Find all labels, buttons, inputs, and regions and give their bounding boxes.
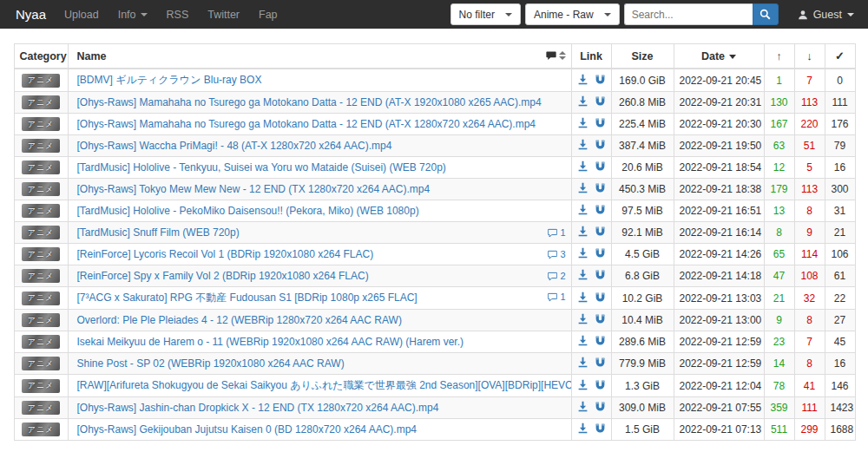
category-icon-anime-raw[interactable]: アニメ bbox=[22, 74, 60, 88]
header-comments-sort[interactable] bbox=[546, 50, 566, 61]
category-icon-anime-raw[interactable]: アニメ bbox=[22, 226, 60, 239]
leechers-cell: 108 bbox=[794, 265, 825, 287]
category-icon-anime-raw[interactable]: アニメ bbox=[22, 269, 60, 283]
category-icon-anime-raw[interactable]: アニメ bbox=[22, 313, 60, 327]
category-icon-anime-raw[interactable]: アニメ bbox=[22, 247, 60, 261]
download-icon[interactable] bbox=[577, 139, 589, 150]
download-icon[interactable] bbox=[577, 74, 589, 85]
nav-link-upload[interactable]: Upload bbox=[55, 9, 108, 21]
torrent-name-link[interactable]: [TardMusic] Hololive - Tenkyuu, Suisei w… bbox=[77, 161, 446, 174]
category-icon-anime-raw[interactable]: アニメ bbox=[22, 379, 60, 393]
download-icon[interactable] bbox=[577, 401, 589, 412]
magnet-icon[interactable] bbox=[595, 379, 606, 390]
category-icon-anime-raw[interactable]: アニメ bbox=[22, 335, 60, 349]
download-icon[interactable] bbox=[577, 226, 589, 237]
seeders-cell: 21 bbox=[764, 287, 794, 310]
magnet-icon[interactable] bbox=[595, 182, 606, 193]
magnet-icon[interactable] bbox=[595, 423, 606, 434]
nav-link-rss[interactable]: RSS bbox=[157, 9, 199, 21]
download-icon[interactable] bbox=[577, 269, 589, 280]
download-icon[interactable] bbox=[577, 292, 589, 303]
header-size[interactable]: Size bbox=[611, 44, 674, 69]
torrent-name-link[interactable]: Isekai Meikyuu de Harem o - 11 (WEBRip 1… bbox=[77, 336, 464, 348]
magnet-icon[interactable] bbox=[595, 247, 606, 259]
header-seeders[interactable]: ↑ bbox=[764, 44, 794, 69]
category-icon-label: アニメ bbox=[28, 403, 55, 414]
navbar: Nyaa Upload Info RSS Twitter Fap No filt… bbox=[0, 0, 868, 29]
search-button[interactable] bbox=[753, 3, 779, 25]
torrent-name-link[interactable]: [Ohys-Raws] Tokyo Mew Mew New - 12 END (… bbox=[77, 183, 431, 195]
category-icon-anime-raw[interactable]: アニメ bbox=[22, 401, 60, 415]
magnet-icon[interactable] bbox=[595, 335, 606, 346]
nav-link-info[interactable]: Info bbox=[108, 9, 157, 21]
filter-select[interactable]: No filter bbox=[450, 3, 521, 25]
category-icon-anime-raw[interactable]: アニメ bbox=[22, 160, 60, 174]
torrent-name-link[interactable]: [RAW][Arifureta Shokugyou de Sekai Saiky… bbox=[77, 379, 572, 391]
download-icon[interactable] bbox=[577, 247, 589, 259]
download-icon[interactable] bbox=[577, 117, 589, 128]
header-name[interactable]: Name bbox=[68, 44, 571, 69]
download-icon[interactable] bbox=[577, 160, 589, 172]
torrent-name-link[interactable]: Overlord: Ple Ple Pleiades 4 - 12 (WEBRi… bbox=[77, 314, 402, 326]
brand-link[interactable]: Nyaa bbox=[7, 7, 55, 22]
magnet-icon[interactable] bbox=[595, 313, 606, 324]
header-link[interactable]: Link bbox=[571, 44, 611, 69]
comments-badge[interactable]: 2 bbox=[548, 270, 565, 281]
header-date[interactable]: Date bbox=[674, 44, 764, 69]
magnet-icon[interactable] bbox=[595, 95, 606, 107]
magnet-icon[interactable] bbox=[595, 204, 606, 215]
category-icon-anime-raw[interactable]: アニメ bbox=[22, 292, 60, 305]
category-icon-anime-raw[interactable]: アニメ bbox=[22, 139, 60, 153]
comments-badge[interactable]: 1 bbox=[548, 226, 565, 238]
magnet-icon[interactable] bbox=[595, 226, 606, 237]
download-icon[interactable] bbox=[577, 204, 589, 215]
torrent-name-link[interactable]: Shine Post - SP 02 (WEBRip 1920x1080 x26… bbox=[77, 357, 345, 370]
search-input[interactable] bbox=[624, 3, 753, 25]
download-icon[interactable] bbox=[577, 423, 589, 434]
torrent-name-link[interactable]: [ReinForce] Lycoris Recoil Vol 1 (BDRip … bbox=[77, 248, 374, 260]
magnet-icon[interactable] bbox=[595, 292, 606, 303]
header-completed[interactable]: ✓ bbox=[825, 44, 855, 69]
magnet-icon[interactable] bbox=[595, 74, 606, 85]
download-icon[interactable] bbox=[577, 379, 589, 390]
torrent-name-link[interactable]: [Ohys-Raws] Mamahaha no Tsurego ga Motok… bbox=[77, 96, 542, 108]
download-icon[interactable] bbox=[577, 182, 589, 193]
torrent-name-link[interactable]: [TardMusic] Snuff Film (WEB 720p) bbox=[77, 226, 240, 239]
category-icon-anime-raw[interactable]: アニメ bbox=[22, 182, 60, 196]
category-icon-anime-raw[interactable]: アニメ bbox=[22, 95, 60, 109]
header-leechers[interactable]: ↓ bbox=[794, 44, 825, 69]
download-icon[interactable] bbox=[577, 335, 589, 346]
magnet-icon[interactable] bbox=[595, 269, 606, 280]
torrent-name-link[interactable]: [TardMusic] Hololive - PekoMiko Daisenso… bbox=[77, 205, 419, 217]
torrent-name-link[interactable]: [ReinForce] Spy x Family Vol 2 (BDRip 19… bbox=[77, 270, 369, 282]
nav-link-fap[interactable]: Fap bbox=[249, 9, 287, 21]
torrent-name-link[interactable]: [Ohys-Raws] Mamahaha no Tsurego ga Motok… bbox=[77, 118, 536, 130]
nav-link-twitter[interactable]: Twitter bbox=[198, 9, 249, 21]
download-icon[interactable] bbox=[577, 313, 589, 324]
download-icon[interactable] bbox=[577, 357, 589, 368]
date-cell: 2022-09-21 12:59 bbox=[674, 331, 764, 353]
magnet-icon[interactable] bbox=[595, 117, 606, 128]
user-menu-label: Guest bbox=[813, 9, 842, 21]
comments-badge[interactable]: 3 bbox=[548, 248, 565, 259]
user-menu[interactable]: Guest bbox=[791, 9, 861, 21]
magnet-icon[interactable] bbox=[595, 357, 606, 368]
magnet-icon[interactable] bbox=[595, 139, 606, 150]
date-cell: 2022-09-21 20:30 bbox=[674, 114, 764, 135]
torrent-name-link[interactable]: [BDMV] ギルティクラウン Blu-ray BOX bbox=[77, 74, 262, 86]
header-category[interactable]: Category bbox=[14, 44, 68, 69]
magnet-icon[interactable] bbox=[595, 160, 606, 172]
category-select[interactable]: Anime - Raw bbox=[525, 3, 620, 25]
category-icon-anime-raw[interactable]: アニメ bbox=[22, 423, 60, 436]
category-icon-anime-raw[interactable]: アニメ bbox=[22, 204, 60, 218]
torrent-name-link[interactable]: [Ohys-Raws] Jashin-chan Dropkick X - 12 … bbox=[77, 402, 439, 414]
torrent-name-link[interactable]: [7³ACG x Sakurato] RPG 不動産 Fudousan S1 [… bbox=[77, 292, 418, 304]
comments-badge[interactable]: 1 bbox=[548, 291, 565, 302]
download-icon[interactable] bbox=[577, 95, 589, 107]
completed-cell: 27 bbox=[825, 310, 855, 331]
torrent-name-link[interactable]: [Ohys-Raws] Waccha PriMagi! - 48 (AT-X 1… bbox=[77, 140, 392, 152]
category-icon-anime-raw[interactable]: アニメ bbox=[22, 357, 60, 370]
category-icon-anime-raw[interactable]: アニメ bbox=[22, 117, 60, 131]
torrent-name-link[interactable]: [Ohys-Raws] Gekijouban Jujutsu Kaisen 0 … bbox=[77, 423, 418, 436]
magnet-icon[interactable] bbox=[595, 401, 606, 412]
